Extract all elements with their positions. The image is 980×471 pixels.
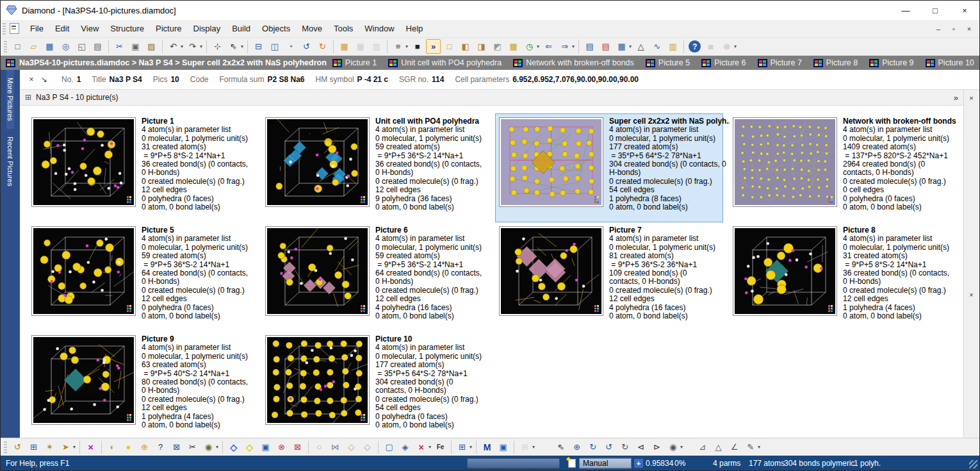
section-more-chevron[interactable]: » <box>954 93 958 103</box>
undo-history-button[interactable]: ↺ <box>299 39 314 54</box>
select-button-dropdown[interactable]: ▾ <box>241 44 243 49</box>
expand-info-icon[interactable]: ↘ <box>38 75 51 84</box>
add-single-atom-button[interactable]: ⊕ <box>137 440 152 454</box>
picture-tab[interactable]: Network with broken-off bonds <box>513 58 634 67</box>
picture-history-button[interactable]: ◷ <box>522 39 537 54</box>
redo-button-dropdown[interactable]: ▾ <box>200 44 202 49</box>
measure-triangle-button[interactable]: △ <box>711 440 726 454</box>
cell-edges-button[interactable]: ▢ <box>382 440 396 454</box>
next-picture-button[interactable]: ⇒ <box>557 39 572 54</box>
cut-button[interactable]: ✂ <box>112 39 127 54</box>
close-button[interactable]: × <box>950 1 979 20</box>
picture-tab[interactable]: Picture 10 <box>926 58 974 67</box>
axes-button[interactable]: ◈ <box>398 440 412 454</box>
picture-tab[interactable]: Picture 1 <box>332 58 377 67</box>
grid-button-dropdown[interactable]: ▾ <box>532 444 535 450</box>
mdi-minimize-button[interactable]: – <box>932 23 945 35</box>
sidebar-tab-more-pictures[interactable]: More Pictures <box>6 70 14 129</box>
new-document-button[interactable]: □ <box>10 39 25 54</box>
menu-objects[interactable]: Objects <box>256 21 296 36</box>
menu-move[interactable]: Move <box>296 21 328 36</box>
atom-design-button[interactable]: ◐ <box>105 440 120 454</box>
fill-cell-button[interactable]: ⊠ <box>169 440 184 454</box>
picture-thumbnail[interactable] <box>265 335 370 425</box>
render-view-button[interactable]: ▣ <box>496 440 510 454</box>
material-button[interactable]: M <box>480 440 494 454</box>
mdi-restore-button[interactable]: ▫ <box>947 23 960 35</box>
picture-tab[interactable]: Unit cell with PO4 polyhedra <box>388 58 502 67</box>
delete-objects-button[interactable]: × <box>414 440 429 454</box>
previous-picture-button[interactable]: ⇐ <box>541 39 556 54</box>
sketch-button-dropdown[interactable]: ▾ <box>758 444 760 450</box>
pattern-button[interactable]: ⊞ <box>455 440 470 454</box>
pattern-button-dropdown[interactable]: ▾ <box>470 444 472 450</box>
pointer-mode-button[interactable]: ⇖ <box>553 440 568 454</box>
apply-button[interactable]: ⊞ <box>26 440 41 454</box>
menu-build[interactable]: Build <box>226 21 256 36</box>
video-button-dropdown[interactable]: ▾ <box>734 44 737 49</box>
table-properties-button[interactable]: ▥ <box>666 39 680 54</box>
delete-objects-button-dropdown[interactable]: ▾ <box>429 444 431 450</box>
picture-card[interactable]: Picture 74 atom(s) in parameter list0 mo… <box>495 222 723 331</box>
menu-view[interactable]: View <box>75 21 104 36</box>
picture-folder-button[interactable]: ■ <box>410 39 425 54</box>
split-view-button[interactable]: ◫ <box>267 39 282 54</box>
copy-back-button[interactable]: ◩ <box>490 39 505 54</box>
picture-tab[interactable]: Picture 7 <box>758 58 802 67</box>
print-button[interactable]: ▤ <box>90 39 105 54</box>
open-button[interactable]: ▱ <box>26 39 41 54</box>
help-button[interactable]: ? <box>689 40 701 53</box>
menu-display[interactable]: Display <box>188 21 227 36</box>
packing-button-dropdown[interactable]: ▾ <box>216 444 218 450</box>
picture-creation-button[interactable]: ➤ <box>58 440 73 454</box>
rotate-z-button[interactable]: ↻ <box>617 440 632 454</box>
add-atoms-button[interactable]: ● <box>121 440 136 454</box>
picture-thumbnail[interactable] <box>499 117 603 207</box>
list-mode-button[interactable]: ≡ <box>391 39 405 54</box>
picture-thumbnail[interactable] <box>499 226 603 316</box>
camera-button[interactable]: ◙ <box>703 39 718 54</box>
pan-button[interactable]: ⊹ <box>210 39 225 54</box>
spin-button[interactable]: ◉ <box>666 440 680 454</box>
undo-button-dropdown[interactable]: ▾ <box>181 44 183 49</box>
picture-thumbnail[interactable] <box>31 226 136 316</box>
dock-close-mid-button[interactable]: × <box>967 290 976 299</box>
mode-field[interactable]: Manual <box>579 458 632 468</box>
properties-view-button[interactable]: ▤ <box>598 39 613 54</box>
history-pane-button[interactable]: ◔ <box>283 39 298 54</box>
remove-cell-button[interactable]: ⊠ <box>290 440 305 454</box>
picture-card[interactable]: Unit cell with PO4 polyhedra4 atom(s) in… <box>261 113 489 222</box>
zoom-in-mode-button[interactable]: ⊲ <box>633 440 648 454</box>
picture-card[interactable]: Network with broken-off bonds4 atom(s) i… <box>729 113 957 222</box>
menu-window[interactable]: Window <box>359 21 400 36</box>
refresh-button[interactable]: ↻ <box>315 39 330 54</box>
import-table-button[interactable]: ▦ <box>353 39 368 54</box>
update-button[interactable]: ↺ <box>10 440 25 454</box>
bond-button[interactable]: ○ <box>312 440 327 454</box>
undo-button[interactable]: ↶ <box>166 39 181 54</box>
unknown-atoms-button[interactable]: ? <box>153 440 168 454</box>
builder-wizard-button[interactable]: ✶ <box>42 440 57 454</box>
new-table-button[interactable]: ▦ <box>337 39 352 54</box>
dock-close-top-button[interactable]: × <box>967 93 976 103</box>
picture-table-button[interactable]: ▦ <box>506 39 521 54</box>
coordination-button[interactable]: ◇ <box>344 440 359 454</box>
data-grid-button[interactable]: ▦ <box>614 39 629 54</box>
copy-button[interactable]: ▣ <box>128 39 143 54</box>
sidebar-tab-recent-pictures[interactable]: Recent Pictures <box>6 129 14 194</box>
picture-card[interactable]: Picture 94 atom(s) in parameter list0 mo… <box>28 331 256 438</box>
menu-tools[interactable]: Tools <box>328 21 359 36</box>
menu-help[interactable]: Help <box>400 21 429 36</box>
document-view-button[interactable]: ▤ <box>582 39 597 54</box>
picture-thumbnail[interactable] <box>31 117 136 207</box>
resize-grip[interactable] <box>969 460 977 468</box>
menubar-grip[interactable] <box>3 23 6 35</box>
close-info-icon[interactable]: × <box>25 75 38 84</box>
zoom-out-mode-button[interactable]: ⊳ <box>649 440 664 454</box>
cage-button[interactable]: ▣ <box>258 440 273 454</box>
more-pictures-button[interactable]: » <box>426 39 441 54</box>
packing-button[interactable]: ◉ <box>201 440 216 454</box>
paste-button[interactable]: ▨ <box>144 39 159 54</box>
picture-card[interactable]: Picture 104 atom(s) in parameter list0 m… <box>261 331 489 438</box>
rotate-x-button[interactable]: ↻ <box>585 440 600 454</box>
